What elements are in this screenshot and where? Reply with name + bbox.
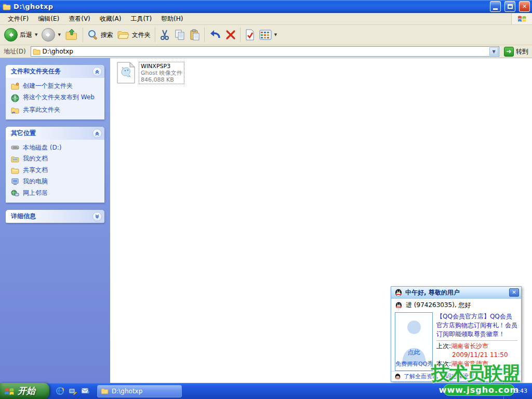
toolbar: 后退 ▼ ▼ 搜索 <box>0 25 532 45</box>
back-icon <box>4 28 18 42</box>
qq-avatar-caption[interactable]: 免费拥有QQ秀 <box>395 360 432 368</box>
paste-button[interactable] <box>188 28 202 42</box>
address-dropdown-icon[interactable]: ▼ <box>489 47 498 56</box>
qq-ad-text[interactable]: 【QQ会员官方店】QQ会员官方店购物志订阅有礼！会员订阅即能领取尊贵徽章！ <box>436 312 517 339</box>
windows-logo-icon <box>511 13 532 24</box>
go-button[interactable]: ➜ 转到 <box>502 47 530 57</box>
folders-button[interactable]: 文件夹 <box>115 29 153 41</box>
taskbar-task-button[interactable]: D:\ghotxp <box>97 385 182 397</box>
up-button[interactable] <box>63 28 81 42</box>
folder-icon <box>33 48 41 55</box>
menu-file[interactable]: 文件(F) <box>3 13 33 24</box>
back-button[interactable]: 后退 ▼ <box>2 27 39 43</box>
qq-popup-title: 中午好, 尊敬的用户 <box>405 288 507 297</box>
disk-drive-icon <box>11 144 19 151</box>
toolbar-separator <box>155 28 155 42</box>
address-value: D:\ghotxp <box>43 48 487 55</box>
link-new-folder[interactable]: 创建一个新文件夹 <box>11 83 101 90</box>
qq-avatar-box[interactable]: 点此 免费拥有QQ秀 <box>395 312 433 371</box>
quick-launch <box>49 383 95 399</box>
link-my-documents[interactable]: 我的文档 <box>11 155 101 163</box>
avatar-silhouette <box>396 313 432 365</box>
cut-button[interactable] <box>157 28 172 42</box>
minimize-button[interactable] <box>490 1 501 12</box>
qq-last-location: 湖南省长沙市 <box>451 342 488 350</box>
close-button[interactable]: ✕ <box>519 1 530 12</box>
file-size: 846,088 KB <box>141 76 182 83</box>
undo-button[interactable] <box>207 28 223 42</box>
title-bar[interactable]: D:\ghotxp ✕ <box>0 0 532 13</box>
section-header[interactable]: 详细信息 <box>6 210 104 223</box>
up-folder-icon <box>65 29 78 41</box>
link-my-computer[interactable]: 我的电脑 <box>11 178 101 185</box>
chevron-down-icon[interactable] <box>92 212 102 221</box>
qq-last-login-row: 上次:湖南省长沙市 <box>436 342 517 351</box>
file-name: WINXPSP3 <box>141 63 182 70</box>
forward-dropdown-icon[interactable]: ▼ <box>58 33 60 37</box>
folder-icon <box>3 3 11 10</box>
section-header[interactable]: 文件和文件夹任务 <box>6 65 104 78</box>
watermark-url: www.jsgho.com <box>443 384 515 396</box>
views-dropdown-icon[interactable]: ▼ <box>274 33 277 37</box>
menu-help[interactable]: 帮助(H) <box>156 13 188 24</box>
address-input[interactable]: D:\ghotxp ▼ <box>31 46 499 57</box>
section-body: 创建一个新文件夹 将这个文件夹发布到 Web 共享此 <box>6 78 104 119</box>
link-publish-web[interactable]: 将这个文件夹发布到 Web <box>11 94 101 102</box>
chevron-up-icon[interactable] <box>92 67 102 76</box>
link-network-places[interactable]: 网上邻居 <box>11 190 101 197</box>
folder-icon <box>101 388 109 394</box>
link-share-folder[interactable]: 共享此文件夹 <box>11 107 101 114</box>
ghost-image-file-icon <box>116 62 135 84</box>
my-documents-icon <box>11 155 19 163</box>
chevron-up-icon[interactable] <box>92 129 102 138</box>
qq-popup-titlebar[interactable]: 中午好, 尊敬的用户 ✕ <box>391 287 521 299</box>
desktop: D:\ghotxp ✕ 文件(F) 编辑(E) 查看(V) 收藏(A) 工具(T… <box>0 0 532 399</box>
forward-button[interactable]: ▼ <box>39 27 62 43</box>
menu-favorites[interactable]: 收藏(A) <box>95 13 126 24</box>
section-other-places: 其它位置 本地磁盘 (D:) <box>6 127 104 203</box>
search-icon <box>87 29 99 41</box>
file-label[interactable]: WINXPSP3 Ghost 映像文件 846,088 KB <box>139 62 184 84</box>
menu-edit[interactable]: 编辑(E) <box>33 13 64 24</box>
copy-icon <box>174 29 185 41</box>
search-button[interactable]: 搜索 <box>85 28 115 42</box>
outlook-express-icon[interactable] <box>81 387 90 395</box>
paste-icon <box>190 29 200 41</box>
views-button[interactable]: ▼ <box>257 29 279 41</box>
shared-documents-icon <box>11 167 19 174</box>
address-label: 地址(D) <box>2 47 28 56</box>
copy-button[interactable] <box>172 28 188 42</box>
folders-icon <box>117 30 130 40</box>
undo-icon <box>209 29 221 41</box>
delete-icon <box>225 30 236 40</box>
section-header[interactable]: 其它位置 <box>6 127 104 140</box>
show-desktop-icon[interactable] <box>69 387 77 395</box>
qq-greeting-row: 进 (974263035), 您好 <box>391 299 521 311</box>
back-dropdown-icon[interactable]: ▼ <box>35 33 37 37</box>
my-computer-icon <box>11 178 19 185</box>
go-icon: ➜ <box>504 47 514 57</box>
publish-web-icon <box>11 94 19 102</box>
qq-penguin-icon <box>394 373 401 380</box>
link-local-disk[interactable]: 本地磁盘 (D:) <box>11 144 101 151</box>
link-shared-documents[interactable]: 共享文档 <box>11 167 101 174</box>
qq-last-time: 2009/11/21 11:50 <box>436 351 517 360</box>
menu-view[interactable]: 查看(V) <box>64 13 95 24</box>
views-icon <box>259 30 272 40</box>
maximize-button[interactable] <box>504 1 515 12</box>
qq-penguin-icon <box>394 288 403 297</box>
window-title: D:\ghotxp <box>14 3 486 10</box>
internet-explorer-icon[interactable] <box>56 387 64 395</box>
toolbar-separator <box>83 28 83 42</box>
task-button-label: D:\ghotxp <box>112 388 142 395</box>
qq-penguin-icon <box>395 301 403 309</box>
menu-tools[interactable]: 工具(T) <box>126 13 156 24</box>
properties-button[interactable] <box>243 28 257 42</box>
qq-close-icon[interactable]: ✕ <box>509 288 519 297</box>
delete-button[interactable] <box>223 29 238 41</box>
qq-avatar-caption[interactable]: 点此 <box>395 348 432 357</box>
file-item[interactable]: WINXPSP3 Ghost 映像文件 846,088 KB <box>116 62 184 84</box>
start-button[interactable]: 开始 <box>0 383 49 399</box>
qq-greeting-text: 进 (974263035), 您好 <box>406 301 471 310</box>
document-check-icon <box>245 29 255 41</box>
